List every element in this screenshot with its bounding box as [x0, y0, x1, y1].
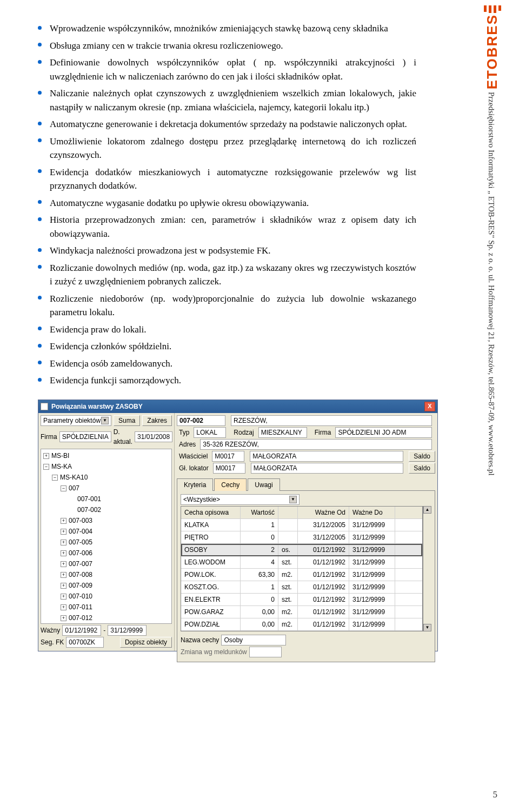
expand-icon[interactable]: +	[61, 561, 66, 567]
table-row[interactable]: PIĘTRO031/12/200531/12/9999	[181, 531, 422, 544]
dopisz-button[interactable]: Dopisz obiekty	[120, 637, 172, 648]
expand-icon[interactable]: +	[61, 604, 66, 610]
filter-dropdown[interactable]: <Wszystkie> ▼	[181, 494, 300, 505]
object-tree[interactable]: +MS-BI−MS-KA−MS-KA10−007007-001007-002+0…	[41, 449, 172, 624]
table-row[interactable]: KLATKA131/12/200531/12/9999	[181, 519, 422, 531]
adres-field: 35-326 RZESZÓW,	[200, 439, 432, 450]
wazny-label: Ważny	[41, 625, 60, 635]
app-icon	[41, 403, 48, 410]
tab-panel: <Wszystkie> ▼ Cecha opisowa Wartość	[177, 490, 435, 662]
feature-item: Historia przeprowadzonych zmian: cen, pa…	[38, 213, 416, 241]
grid-header: Cecha opisowa Wartość Ważne Od Ważne Do	[181, 507, 422, 519]
collapse-icon[interactable]: −	[61, 485, 66, 491]
object-id: 007-002	[177, 415, 225, 426]
chevron-down-icon: ▼	[101, 417, 109, 424]
zmiana-field[interactable]	[249, 647, 282, 657]
firma-label: Firma	[41, 432, 57, 442]
tree-item[interactable]: +007-013	[42, 623, 170, 624]
tree-item[interactable]: +007-006	[42, 548, 170, 558]
expand-icon[interactable]: +	[61, 529, 66, 535]
feature-item: Naliczanie należnych opłat czynszowych z…	[38, 86, 416, 114]
close-button[interactable]: X	[424, 402, 435, 411]
tree-item[interactable]: +007-008	[42, 569, 170, 580]
expand-icon[interactable]: +	[61, 594, 66, 600]
attributes-grid[interactable]: Cecha opisowa Wartość Ważne Od Ważne Do …	[181, 506, 423, 631]
feature-item: Automatyczne wygasanie dodatku po upływi…	[38, 196, 416, 210]
tree-item[interactable]: 007-002	[42, 504, 170, 515]
feature-item: Rozliczanie dowolnych mediów (np. woda, …	[38, 261, 416, 289]
table-row[interactable]: POW.GARAZ0,00m2.01/12/199231/12/9999	[181, 606, 422, 618]
feature-item: Ewidencja praw do lokali.	[38, 323, 416, 337]
feature-item: Umożliwienie lokatorom zdalnego dostępu …	[38, 135, 416, 162]
feature-item: Rozliczenie niedoborów (np. wody)proporc…	[38, 292, 416, 320]
tree-item[interactable]: +007-009	[42, 580, 170, 591]
date-label: D. aktual.	[114, 427, 132, 447]
tree-item[interactable]: 007-001	[42, 494, 170, 504]
wazny-from[interactable]: 01/12/1992	[62, 625, 101, 636]
feature-item: Ewidencja osób zameldowanych.	[38, 357, 416, 371]
tenant-name: MAŁGORZATA	[251, 463, 404, 474]
tree-item[interactable]: −MS-KA10	[42, 472, 170, 483]
expand-icon[interactable]: +	[61, 583, 66, 589]
left-pane: Parametry obiektów ▼ Suma Zakres Firma S…	[38, 413, 175, 651]
tab-kryteria[interactable]: Kryteria	[177, 478, 213, 491]
expand-icon[interactable]: +	[61, 550, 66, 556]
tenant-id: M0017	[213, 463, 245, 474]
parameters-dropdown[interactable]: Parametry obiektów ▼	[41, 415, 111, 426]
tab-cechy[interactable]: Cechy	[214, 478, 247, 491]
tree-item[interactable]: +007-012	[42, 613, 170, 623]
expand-icon[interactable]: +	[61, 615, 66, 621]
wazny-to[interactable]: 31/12/9999	[108, 625, 147, 636]
table-row[interactable]: LEG.WODOM4szt.01/12/199231/12/9999	[181, 556, 422, 569]
seg-field[interactable]: 00700ZK	[66, 637, 104, 648]
company-logo: ETOBRES	[482, 5, 503, 89]
firma-rp-field: SPÓŁDZIELNI JO ADM	[335, 427, 432, 438]
scroll-up-icon[interactable]: ▲	[423, 506, 431, 514]
collapse-icon[interactable]: −	[52, 475, 58, 481]
page-number: 5	[493, 788, 498, 802]
tree-item[interactable]: +MS-BI	[42, 450, 170, 461]
zakres-button[interactable]: Zakres	[142, 415, 172, 426]
tree-item[interactable]: −MS-KA	[42, 461, 170, 472]
expand-icon[interactable]: +	[61, 540, 66, 545]
grid-scrollbar[interactable]: ▲ ▼	[423, 506, 431, 631]
titlebar: Powiązania warstwy ZASOBY X	[38, 400, 437, 413]
tree-item[interactable]: +007-005	[42, 537, 170, 548]
tree-item[interactable]: +007-004	[42, 526, 170, 537]
chevron-down-icon: ▼	[289, 496, 297, 503]
table-row[interactable]: OSOBY2os.01/12/199231/12/9999	[181, 544, 422, 556]
expand-icon[interactable]: +	[61, 572, 66, 578]
suma-button[interactable]: Suma	[114, 415, 140, 426]
tab-uwagi[interactable]: Uwagi	[248, 478, 280, 491]
owner-id: M0017	[212, 451, 244, 462]
tree-item[interactable]: +007-007	[42, 558, 170, 569]
tree-item[interactable]: +007-010	[42, 591, 170, 602]
feature-item: Ewidencja członków spółdzielni.	[38, 340, 416, 354]
table-row[interactable]: POW.DZIAŁ0,00m2.01/12/199231/12/9999	[181, 618, 422, 631]
scroll-down-icon[interactable]: ▼	[423, 624, 431, 631]
tree-item[interactable]: −007	[42, 483, 170, 494]
feature-item: Automatyczne generowanie i dekretacja do…	[38, 117, 416, 131]
feature-list: Wprowadzenie współczynników, mnożników z…	[38, 22, 416, 388]
saldo-button-1[interactable]: Saldo	[409, 451, 435, 462]
feature-item: Windykacja należności prowadzona jest w …	[38, 244, 416, 258]
table-row[interactable]: KOSZT.OG.1szt.01/12/199231/12/9999	[181, 581, 422, 594]
zmiana-label: Zmiana wg meldunków	[181, 647, 247, 657]
collapse-icon[interactable]: −	[43, 464, 49, 470]
firma-field: SPÓŁDZIELNIA	[59, 431, 111, 442]
feature-item: Ewidencja funkcji samorządowych.	[38, 374, 416, 388]
company-info: Przedsiębiorstwo Informatyki „ ETOB-RES"…	[485, 92, 498, 778]
table-row[interactable]: POW.LOK.63,30m2.01/12/199231/12/9999	[181, 569, 422, 581]
expand-icon[interactable]: +	[61, 518, 66, 524]
feature-item: Definiowanie dowolnych współczynników op…	[38, 56, 416, 83]
saldo-button-2[interactable]: Saldo	[409, 463, 435, 474]
tabs: Kryteria Cechy Uwagi	[177, 478, 435, 490]
table-row[interactable]: EN.ELEKTR0szt.01/12/199231/12/9999	[181, 594, 422, 606]
tree-item[interactable]: +007-003	[42, 515, 170, 526]
nazwa-cechy-field[interactable]: Osoby	[221, 635, 286, 645]
owner-name: MAŁGORZATA	[250, 451, 403, 462]
tree-item[interactable]: +007-011	[42, 602, 170, 613]
expand-icon[interactable]: +	[43, 453, 49, 459]
date-field: 31/01/2008	[135, 431, 172, 442]
typ-field: LOKAL	[194, 427, 226, 438]
